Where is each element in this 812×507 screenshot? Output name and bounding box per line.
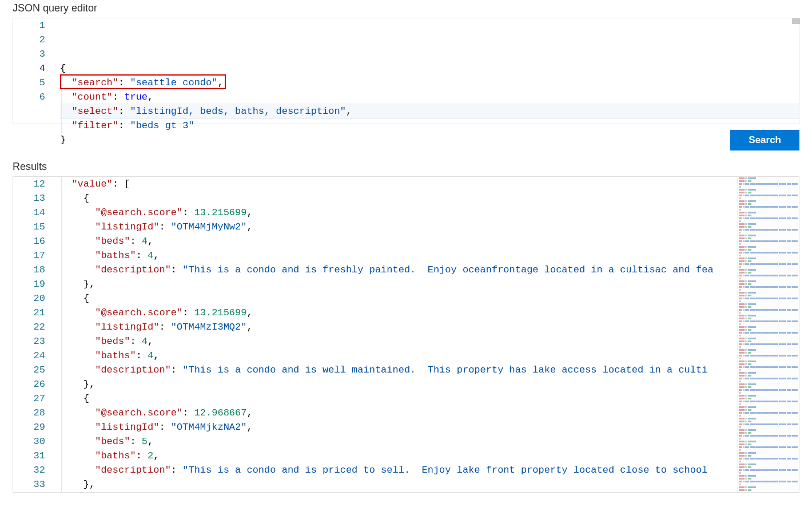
minimap-row (739, 246, 798, 248)
minimap-row (739, 269, 798, 271)
minimap-row (739, 177, 798, 180)
minimap-row (739, 300, 798, 303)
minimap-row (739, 381, 798, 383)
code-line[interactable]: "@search.score": 12.968667, (60, 406, 737, 420)
code-line[interactable]: }, (60, 277, 737, 291)
code-line[interactable]: "description": "This is a condo and is w… (60, 363, 737, 377)
code-line[interactable]: }, (60, 377, 737, 391)
minimap-row (739, 383, 798, 386)
minimap-row (739, 332, 798, 334)
line-number: 24 (13, 348, 45, 363)
minimap-row (739, 403, 798, 406)
minimap-row (739, 363, 798, 366)
code-line[interactable]: "search": "seattle condo", (60, 76, 799, 90)
line-number: 15 (13, 220, 45, 234)
minimap-row (739, 472, 798, 474)
minimap-row (739, 258, 798, 260)
minimap-row (739, 243, 798, 245)
minimap-row (739, 315, 798, 317)
code-line[interactable]: { (60, 191, 737, 205)
minimap-row (739, 452, 798, 454)
line-number: 6 (13, 90, 45, 104)
line-number: 19 (13, 277, 45, 291)
minimap-row (739, 249, 798, 251)
code-line[interactable]: { (60, 291, 737, 306)
minimap-row (739, 183, 798, 185)
minimap-row (739, 298, 798, 300)
minimap-row (739, 369, 798, 371)
line-number: 16 (13, 234, 45, 248)
code-line[interactable]: }, (60, 477, 737, 492)
minimap-row (739, 415, 798, 417)
code-line[interactable]: "select": "listingId, beds, baths, descr… (60, 104, 799, 118)
code-line[interactable]: "beds": 4, (60, 334, 737, 348)
results-code-body[interactable]: "value": [ { "@search.score": 13.215699,… (60, 177, 737, 492)
code-line[interactable]: "baths": 2, (60, 449, 737, 463)
minimap-row (739, 255, 798, 257)
minimap-row (739, 461, 798, 463)
line-number: 30 (13, 434, 45, 449)
minimap-row (739, 375, 798, 377)
minimap-row (739, 286, 798, 288)
code-line[interactable]: "baths": 4, (60, 248, 737, 263)
minimap-row (739, 209, 798, 211)
code-line[interactable]: "beds": 4, (60, 234, 737, 248)
minimap-row (739, 180, 798, 183)
code-line[interactable]: } (60, 133, 799, 147)
minimap-row (739, 320, 798, 323)
query-editor-container: 123456 { "search": "seattle condo", "cou… (13, 18, 799, 124)
code-line[interactable]: { (60, 391, 737, 406)
minimap-row (739, 349, 798, 351)
minimap-row (739, 318, 798, 320)
line-number: 21 (13, 306, 45, 320)
code-line[interactable]: "listingId": "OTM4MjMyNw2", (60, 220, 737, 234)
minimap-row (739, 352, 798, 354)
code-line[interactable]: "@search.score": 13.215699, (60, 205, 737, 220)
minimap-row (739, 343, 798, 346)
line-number: 28 (13, 406, 45, 420)
minimap-row (739, 292, 798, 294)
minimap-row (739, 458, 798, 460)
minimap-row (739, 189, 798, 191)
line-number: 4 (13, 61, 45, 76)
results-title: Results (0, 159, 812, 176)
minimap-row (739, 392, 798, 394)
minimap-row (739, 486, 798, 489)
line-number: 25 (13, 363, 45, 377)
minimap-row (739, 266, 798, 268)
minimap-row (739, 409, 798, 411)
minimap-row (739, 186, 798, 188)
code-line[interactable]: "count": true, (60, 90, 799, 104)
code-line[interactable]: "listingId": "OTM4MjkzNA2", (60, 420, 737, 434)
minimap-row (739, 195, 798, 197)
code-line[interactable]: "@search.score": 13.215699, (60, 306, 737, 320)
minimap-row (739, 449, 798, 451)
code-line[interactable]: "filter": "beds gt 3" (60, 118, 799, 133)
line-number: 14 (13, 205, 45, 220)
minimap-row (739, 206, 798, 208)
code-line[interactable]: "value": [ (60, 177, 737, 191)
query-code-editor[interactable]: 123456 { "search": "seattle condo", "cou… (13, 18, 799, 147)
line-number: 20 (13, 291, 45, 306)
minimap-row (739, 398, 798, 400)
line-number: 27 (13, 391, 45, 406)
minimap-row (739, 443, 798, 446)
code-line[interactable]: "description": "This is a condo and is f… (60, 263, 737, 277)
minimap-row (739, 401, 798, 403)
code-line[interactable]: "listingId": "OTM4MzI3MQ2", (60, 320, 737, 334)
code-line[interactable]: { (60, 61, 799, 76)
code-line[interactable]: "description": "This is a condo and is p… (60, 463, 737, 477)
code-line[interactable]: "baths": 4, (60, 348, 737, 363)
minimap-row (739, 217, 798, 220)
query-gutter: 123456 (13, 18, 60, 147)
minimap-row (739, 358, 798, 360)
query-code-body[interactable]: { "search": "seattle condo", "count": tr… (60, 18, 799, 147)
minimap-row (739, 466, 798, 469)
minimap-row (739, 235, 798, 237)
minimap-row (739, 192, 798, 194)
minimap-row (739, 309, 798, 311)
results-code-viewer[interactable]: 1213141516171819202122232425262728293031… (13, 177, 737, 492)
minimap-row (739, 489, 798, 492)
code-line[interactable]: "beds": 5, (60, 434, 737, 449)
minimap[interactable] (737, 177, 799, 492)
